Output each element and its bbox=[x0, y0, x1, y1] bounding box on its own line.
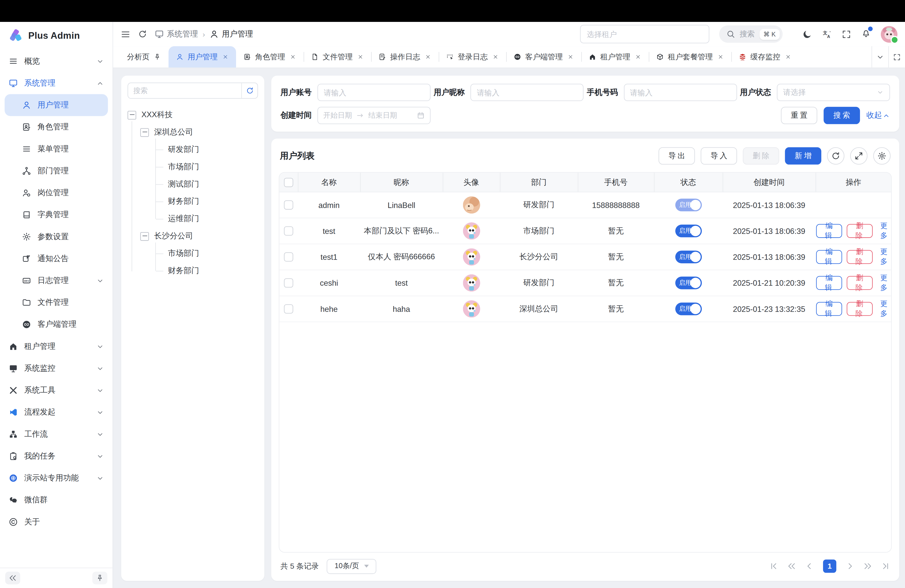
user-avatar-image[interactable] bbox=[462, 274, 480, 292]
global-search-button[interactable]: 搜索 ⌘ K bbox=[719, 25, 783, 43]
sidebar-item-微信群[interactable]: 微信群 bbox=[0, 489, 113, 511]
tab-操作日志[interactable]: 操作日志 bbox=[371, 46, 439, 68]
more-actions-link[interactable]: 更多 bbox=[877, 273, 891, 293]
status-toggle[interactable]: 启用 bbox=[675, 277, 702, 289]
status-toggle[interactable]: 启用 bbox=[675, 199, 702, 211]
sidebar-item-租户管理[interactable]: 租户管理 bbox=[0, 335, 113, 358]
search-button[interactable]: 搜索 bbox=[824, 107, 860, 124]
sidebar-item-工作流[interactable]: 工作流 bbox=[0, 423, 113, 445]
collapse-filter-link[interactable]: 收起 bbox=[866, 110, 890, 121]
sidebar-item-字典管理[interactable]: 字典管理 bbox=[0, 204, 113, 226]
refresh-page-icon[interactable] bbox=[138, 29, 147, 39]
filter-input-用户昵称[interactable] bbox=[471, 84, 584, 101]
tab-客户端管理[interactable]: 客户端管理 bbox=[506, 46, 581, 68]
tree-collapse-box[interactable] bbox=[140, 232, 149, 240]
next-page-button[interactable] bbox=[846, 562, 854, 571]
status-select[interactable]: 请选择 bbox=[777, 84, 890, 101]
close-icon[interactable] bbox=[567, 54, 574, 60]
close-icon[interactable] bbox=[635, 54, 641, 60]
sidebar-item-系统监控[interactable]: 系统监控 bbox=[0, 358, 113, 379]
delete-button[interactable]: 删除 bbox=[743, 147, 779, 164]
user-avatar-image[interactable] bbox=[462, 222, 480, 240]
tree-node-市场部门[interactable]: 市场部门 bbox=[153, 158, 258, 176]
logo[interactable]: Plus Admin bbox=[0, 22, 113, 49]
status-toggle[interactable]: 启用 bbox=[675, 224, 702, 237]
sidebar-item-系统工具[interactable]: 系统工具 bbox=[0, 379, 113, 401]
tree-node-深圳总公司[interactable]: 深圳总公司 bbox=[140, 124, 258, 141]
breadcrumb-item-user[interactable]: 用户管理 bbox=[210, 29, 253, 39]
tenant-select-input[interactable] bbox=[580, 25, 709, 43]
more-actions-link[interactable]: 更多 bbox=[877, 299, 891, 319]
tab-登录日志[interactable]: 登录日志 bbox=[439, 46, 506, 68]
edit-button[interactable]: 编辑 bbox=[816, 224, 842, 238]
table-refresh-button[interactable] bbox=[827, 147, 845, 164]
add-button[interactable]: 新增 bbox=[785, 147, 821, 164]
edit-button[interactable]: 编辑 bbox=[816, 276, 842, 290]
close-icon[interactable] bbox=[492, 54, 499, 60]
more-actions-link[interactable]: 更多 bbox=[877, 221, 891, 241]
sidebar-item-系统管理[interactable]: 系统管理 bbox=[0, 72, 113, 94]
filter-input-手机号码[interactable] bbox=[624, 84, 737, 101]
tab-角色管理[interactable]: 角色管理 bbox=[236, 46, 304, 68]
sidebar-item-菜单管理[interactable]: 菜单管理 bbox=[0, 138, 113, 160]
sidebar-item-关于[interactable]: 关于 bbox=[0, 511, 113, 533]
tab-文件管理[interactable]: 文件管理 bbox=[304, 46, 371, 68]
export-button[interactable]: 导出 bbox=[659, 147, 695, 164]
tree-node-长沙分公司[interactable]: 长沙分公司 bbox=[140, 227, 258, 245]
status-toggle[interactable]: 启用 bbox=[675, 302, 702, 315]
row-checkbox[interactable] bbox=[284, 304, 294, 314]
sidebar-item-用户管理[interactable]: 用户管理 bbox=[5, 94, 108, 116]
tree-node-XXX科技[interactable]: XXX科技 bbox=[127, 106, 258, 124]
user-avatar-image[interactable] bbox=[462, 300, 480, 318]
hamburger-menu-icon[interactable] bbox=[121, 29, 130, 39]
tree-collapse-box[interactable] bbox=[127, 111, 136, 119]
first-page-button[interactable] bbox=[769, 562, 778, 571]
table-settings-button[interactable] bbox=[873, 147, 891, 164]
filter-input-用户账号[interactable] bbox=[318, 84, 430, 101]
jump-back-button[interactable] bbox=[788, 562, 796, 571]
delete-row-button[interactable]: 删除 bbox=[847, 224, 873, 238]
status-toggle[interactable]: 启用 bbox=[675, 251, 702, 263]
close-icon[interactable] bbox=[785, 54, 791, 60]
row-checkbox[interactable] bbox=[284, 200, 294, 210]
fullscreen-icon[interactable] bbox=[841, 29, 851, 39]
table-fullscreen-button[interactable] bbox=[850, 147, 867, 164]
content-fullscreen-button[interactable] bbox=[888, 46, 905, 68]
sidebar-item-概览[interactable]: 概览 bbox=[0, 50, 113, 72]
breadcrumb-item-system[interactable]: 系统管理 bbox=[155, 29, 198, 39]
current-page-button[interactable]: 1 bbox=[823, 559, 837, 573]
row-checkbox[interactable] bbox=[284, 253, 294, 262]
reset-button[interactable]: 重置 bbox=[781, 107, 817, 124]
tree-node-运维部门[interactable]: 运维部门 bbox=[153, 210, 258, 227]
delete-row-button[interactable]: 删除 bbox=[847, 250, 873, 264]
sidebar-item-角色管理[interactable]: 角色管理 bbox=[0, 116, 113, 138]
tree-node-测试部门[interactable]: 测试部门 bbox=[153, 176, 258, 193]
tab-租户管理[interactable]: 租户管理 bbox=[581, 46, 649, 68]
sidebar-item-参数设置[interactable]: 参数设置 bbox=[0, 226, 113, 248]
pin-icon[interactable] bbox=[154, 53, 161, 60]
sidebar-item-演示站专用功能[interactable]: 演示站专用功能 bbox=[0, 467, 113, 489]
edit-button[interactable]: 编辑 bbox=[816, 250, 842, 264]
sidebar-item-我的任务[interactable]: 我的任务 bbox=[0, 445, 113, 467]
row-checkbox[interactable] bbox=[284, 278, 294, 288]
date-range-picker[interactable]: 开始日期 结束日期 bbox=[318, 107, 430, 124]
select-all-checkbox[interactable] bbox=[284, 178, 293, 187]
tabs-dropdown-button[interactable] bbox=[872, 46, 888, 68]
delete-row-button[interactable]: 删除 bbox=[847, 276, 873, 290]
tab-租户套餐管理[interactable]: 租户套餐管理 bbox=[649, 46, 731, 68]
sidebar-item-岗位管理[interactable]: 岗位管理 bbox=[0, 182, 113, 204]
close-icon[interactable] bbox=[222, 54, 229, 60]
sidebar-item-部门管理[interactable]: 部门管理 bbox=[0, 160, 113, 182]
page-size-select[interactable]: 10条/页 bbox=[327, 559, 376, 574]
close-icon[interactable] bbox=[718, 54, 724, 60]
tree-node-市场部门[interactable]: 市场部门 bbox=[153, 245, 258, 262]
sidebar-item-流程发起[interactable]: 流程发起 bbox=[0, 401, 113, 423]
edit-button[interactable]: 编辑 bbox=[816, 302, 842, 316]
prev-page-button[interactable] bbox=[805, 562, 814, 571]
tree-search-input[interactable] bbox=[128, 83, 241, 99]
notifications-button[interactable] bbox=[861, 28, 871, 40]
tree-node-财务部门[interactable]: 财务部门 bbox=[153, 262, 258, 280]
row-checkbox[interactable] bbox=[284, 227, 294, 236]
tree-node-财务部门[interactable]: 财务部门 bbox=[153, 193, 258, 210]
sidebar-item-通知公告[interactable]: 通知公告 bbox=[0, 248, 113, 270]
